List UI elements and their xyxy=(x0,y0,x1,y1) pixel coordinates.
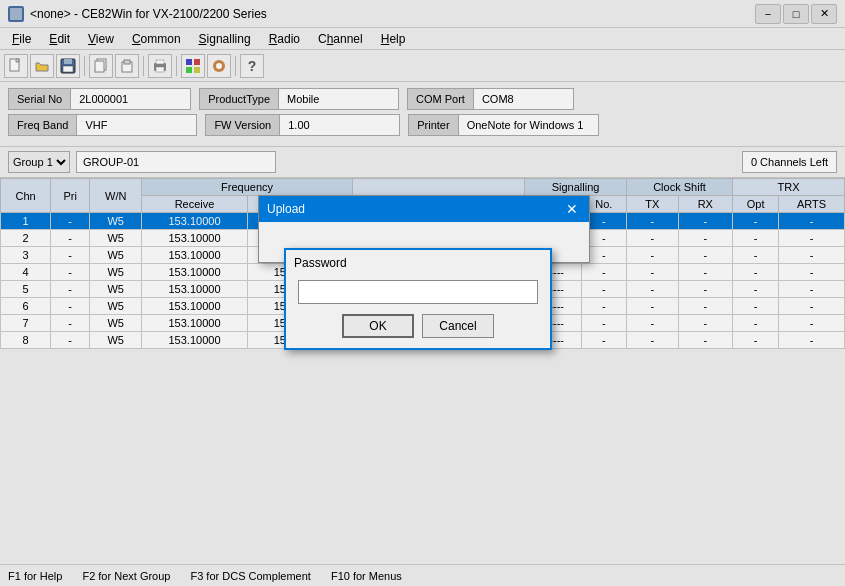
password-buttons: OK Cancel xyxy=(298,314,538,338)
password-dialog: Password OK Cancel xyxy=(284,248,552,350)
upload-title: Upload xyxy=(267,202,305,216)
password-title: Password xyxy=(294,256,347,270)
cancel-button[interactable]: Cancel xyxy=(422,314,494,338)
ok-button[interactable]: OK xyxy=(342,314,414,338)
password-input[interactable] xyxy=(298,280,538,304)
password-titlebar: Password xyxy=(286,250,550,274)
upload-titlebar: Upload ✕ xyxy=(259,196,589,222)
password-body: OK Cancel xyxy=(286,274,550,348)
upload-close-button[interactable]: ✕ xyxy=(563,200,581,218)
